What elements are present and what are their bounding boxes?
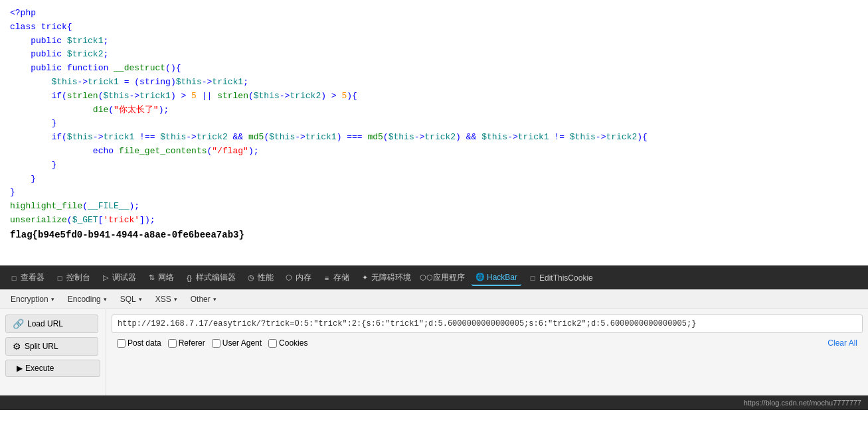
devtools-network[interactable]: ⇅ 网络 <box>143 269 178 286</box>
split-url-label: Split URL <box>25 342 58 351</box>
devtools-performance-label: 性能 <box>258 272 274 283</box>
devtools-bar: □ 查看器 □ 控制台 ▷ 调试器 ⇅ 网络 {} 样式编辑器 ◷ 性能 ⬡ 内… <box>0 265 868 289</box>
hackbar-menu: Encryption ▾ Encoding ▾ SQL ▾ XSS ▾ Othe… <box>0 290 868 309</box>
performance-icon: ◷ <box>246 273 256 283</box>
encoding-label: Encoding <box>68 295 101 304</box>
devtools-network-label: 网络 <box>158 272 174 283</box>
devtools-accessibility[interactable]: ✦ 无障碍环境 <box>356 269 415 286</box>
devtools-applications-label: 应用程序 <box>433 272 465 283</box>
memory-icon: ⬡ <box>284 273 294 283</box>
devtools-storage-label: 存储 <box>333 272 349 283</box>
load-url-label: Load URL <box>27 319 63 328</box>
devtools-inspector[interactable]: □ 查看器 <box>5 269 48 286</box>
post-data-checkbox-group[interactable]: Post data <box>117 338 161 348</box>
sql-chevron: ▾ <box>139 296 142 303</box>
referer-label: Referer <box>179 338 205 348</box>
post-data-checkbox[interactable] <box>117 339 126 348</box>
referer-checkbox-group[interactable]: Referer <box>168 338 205 348</box>
editthiscookie-icon: □ <box>528 273 537 283</box>
user-agent-label: User Agent <box>222 338 262 348</box>
referer-checkbox[interactable] <box>168 339 177 348</box>
devtools-accessibility-label: 无障碍环境 <box>371 272 411 283</box>
hackbar-bottom: Post data Referer User Agent Cookies Cle… <box>112 338 863 353</box>
xss-label: XSS <box>155 295 171 304</box>
post-data-label: Post data <box>128 338 161 348</box>
devtools-memory[interactable]: ⬡ 内存 <box>280 269 315 286</box>
xss-chevron: ▾ <box>174 296 177 303</box>
clear-all-label: Clear All <box>827 338 857 348</box>
applications-icon: ⬡⬡ <box>422 273 431 283</box>
cookies-checkbox[interactable] <box>268 339 277 348</box>
devtools-hackbar[interactable]: 🌐 HackBar <box>472 270 521 286</box>
url-input[interactable] <box>112 315 863 333</box>
load-url-icon: 🔗 <box>13 318 24 329</box>
devtools-style-editor[interactable]: {} 样式编辑器 <box>181 269 240 286</box>
devtools-editthiscookie[interactable]: □ EditThisCookie <box>524 271 597 285</box>
network-icon: ⇅ <box>147 273 156 283</box>
clear-all-button[interactable]: Clear All <box>827 338 857 348</box>
accessibility-icon: ✦ <box>360 273 369 283</box>
other-chevron: ▾ <box>213 296 217 303</box>
hackbar-main: 🔗 Load URL ⚙ Split URL ▶ Execute Post da… <box>0 309 868 395</box>
devtools-debugger[interactable]: ▷ 调试器 <box>97 269 140 286</box>
hackbar-panel: Encryption ▾ Encoding ▾ SQL ▾ XSS ▾ Othe… <box>0 289 868 395</box>
user-agent-checkbox[interactable] <box>212 339 220 348</box>
devtools-applications[interactable]: ⬡⬡ 应用程序 <box>418 269 469 286</box>
storage-icon: ≡ <box>322 273 331 283</box>
devtools-hackbar-label: HackBar <box>487 273 517 282</box>
cookies-checkbox-group[interactable]: Cookies <box>268 338 307 348</box>
devtools-memory-label: 内存 <box>296 272 311 283</box>
status-url: https://blog.csdn.net/mochu7777777 <box>744 399 861 407</box>
hackbar-left: 🔗 Load URL ⚙ Split URL ▶ Execute <box>0 309 106 395</box>
encryption-menu[interactable]: Encryption ▾ <box>5 293 60 306</box>
cookies-label: Cookies <box>279 338 307 348</box>
hackbar-right: Post data Referer User Agent Cookies Cle… <box>106 309 868 395</box>
encoding-menu[interactable]: Encoding ▾ <box>62 293 112 306</box>
devtools-storage[interactable]: ≡ 存储 <box>318 269 353 286</box>
debugger-icon: ▷ <box>101 273 110 283</box>
style-editor-icon: {} <box>185 273 194 283</box>
encryption-chevron: ▾ <box>51 296 54 303</box>
other-label: Other <box>191 295 211 304</box>
sql-menu[interactable]: SQL ▾ <box>115 293 147 306</box>
inspector-icon: □ <box>9 273 19 283</box>
xss-menu[interactable]: XSS ▾ <box>150 293 183 306</box>
console-icon: □ <box>55 273 64 283</box>
devtools-performance[interactable]: ◷ 性能 <box>242 269 278 286</box>
devtools-editthiscookie-label: EditThisCookie <box>539 273 593 283</box>
encryption-label: Encryption <box>11 295 48 304</box>
execute-button[interactable]: ▶ Execute <box>5 360 100 377</box>
devtools-console-label: 控制台 <box>66 272 90 283</box>
split-url-icon: ⚙ <box>13 341 21 352</box>
devtools-debugger-label: 调试器 <box>112 272 136 283</box>
devtools-inspector-label: 查看器 <box>21 272 44 283</box>
encoding-chevron: ▾ <box>104 296 107 303</box>
split-url-button[interactable]: ⚙ Split URL <box>5 337 98 356</box>
load-url-button[interactable]: 🔗 Load URL <box>5 315 98 333</box>
user-agent-checkbox-group[interactable]: User Agent <box>212 338 262 348</box>
devtools-console[interactable]: □ 控制台 <box>51 269 94 286</box>
execute-icon: ▶ <box>17 364 23 373</box>
sql-label: SQL <box>120 295 136 304</box>
devtools-style-editor-label: 样式编辑器 <box>196 272 236 283</box>
other-menu[interactable]: Other ▾ <box>185 293 222 306</box>
status-bar: https://blog.csdn.net/mochu7777777 <box>0 395 868 410</box>
hackbar-icon: 🌐 <box>476 273 485 282</box>
execute-label: Execute <box>25 364 54 373</box>
code-display: <?php class trick{ public $trick1; publi… <box>0 0 868 265</box>
